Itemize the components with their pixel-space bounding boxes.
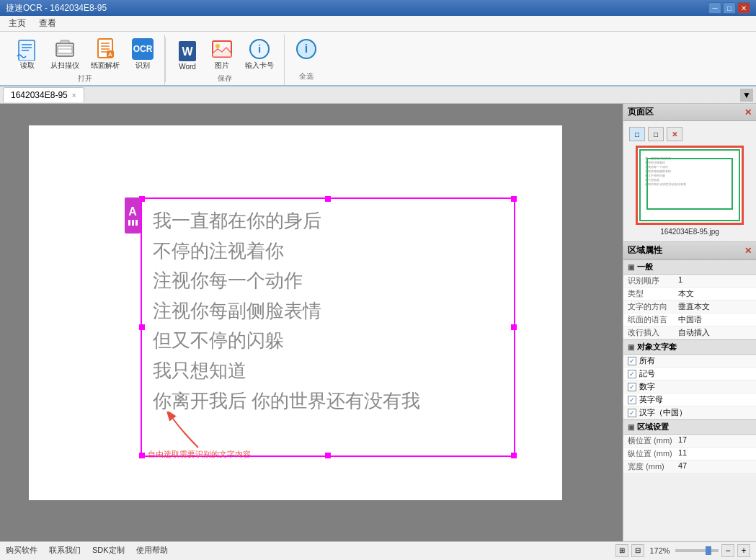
prop-label-direction: 文字的方向 <box>628 301 678 312</box>
properties-panel-title: 区域属性 ✕ <box>623 242 756 259</box>
handle-tr[interactable] <box>511 196 517 202</box>
svg-text:i: i <box>305 43 308 55</box>
status-right: ⊞ ⊟ 172% − + <box>615 544 750 557</box>
ocr-line-4: 注视你每副侧脸表情 <box>153 296 503 326</box>
ocr-button[interactable]: OCR 识别 <box>127 36 159 72</box>
prop-section-charset: ▣ 对象文字套 <box>623 339 756 355</box>
doc-tab-close[interactable]: × <box>72 92 76 99</box>
prop-check-number: ✓ 数字 <box>623 381 756 394</box>
window-controls: ─ □ ✕ <box>708 2 750 14</box>
prop-check-english: ✓ 英字母 <box>623 394 756 406</box>
prop-toggle-charset[interactable]: ▣ <box>628 343 634 351</box>
ocr-line-1: 我一直都在你的身后 <box>153 206 503 236</box>
doc-area: A 我一直都在你的身后 不停的注视着你 注视你每一个动作 注视你每副侧脸表情 但… <box>0 104 623 541</box>
ocr-icon: OCR <box>131 37 154 61</box>
status-buy[interactable]: 购买软件 <box>6 545 37 556</box>
prop-section-region: ▣ 区域设置 <box>623 419 756 435</box>
doc-canvas: A 我一直都在你的身后 不停的注视着你 注视你每一个动作 注视你每副侧脸表情 但… <box>29 125 562 500</box>
prop-label-w: 宽度 (mm) <box>628 461 678 472</box>
properties-close[interactable]: ✕ <box>744 246 752 256</box>
checkbox-english[interactable]: ✓ <box>628 396 636 404</box>
group-open-label: 打开 <box>12 72 159 85</box>
ribbon-content: 读取 从扫描仪 <box>6 35 750 85</box>
doc-tab-name: 1642034E8-95 <box>11 90 68 100</box>
status-view-icons: ⊞ ⊟ <box>615 544 644 557</box>
status-help[interactable]: 使用帮助 <box>136 545 168 556</box>
card-icon: i <box>248 37 271 61</box>
prop-check-all: ✓ 所有 <box>623 355 756 368</box>
page-tool-btn-1[interactable]: □ <box>629 127 645 141</box>
prop-value-y: 11 <box>678 448 752 459</box>
tab-dropdown[interactable]: ▼ <box>740 89 753 102</box>
status-view-btn-1[interactable]: ⊞ <box>615 544 628 557</box>
svg-text:A: A <box>108 51 112 58</box>
app-title: 捷速OCR - 1642034E8-95 <box>6 2 107 14</box>
handle-lm[interactable] <box>139 324 145 330</box>
prop-row-y: 纵位置 (mm) 11 <box>623 448 756 461</box>
maximize-button[interactable]: □ <box>723 2 736 14</box>
page-area-close[interactable]: ✕ <box>744 107 752 117</box>
checkbox-symbol[interactable]: ✓ <box>628 370 636 378</box>
prop-row-language: 纸面的语言 中国语 <box>623 314 756 326</box>
prop-row-w: 宽度 (mm) 47 <box>623 461 756 474</box>
tab-dropdown-arrow[interactable]: ▼ <box>740 89 753 102</box>
info-icon: i <box>295 37 318 61</box>
menu-home[interactable]: 主页 <box>3 16 32 31</box>
scan-label: 从扫描仪 <box>50 61 79 71</box>
info-button[interactable]: i <box>290 36 322 70</box>
read-button[interactable]: 读取 <box>12 36 43 72</box>
card-button[interactable]: i 输入卡号 <box>241 36 278 72</box>
thumbnail-container: 我一直都在你的身后 不停的注视着你 注视你每一个动作 注视你每副侧脸表情 但又不… <box>636 146 744 225</box>
handle-bl[interactable] <box>139 453 145 458</box>
doc-tab[interactable]: 1642034E8-95 × <box>3 87 84 102</box>
handle-rm[interactable] <box>511 324 517 330</box>
word-icon: W <box>176 40 199 63</box>
zoom-out-button[interactable]: − <box>721 544 734 557</box>
ribbon-group-open: 读取 从扫描仪 <box>6 35 165 85</box>
handle-tm[interactable] <box>325 196 331 202</box>
status-view-btn-2[interactable]: ⊟ <box>631 544 644 557</box>
checkbox-chinese[interactable]: ✓ <box>628 409 636 417</box>
ribbon-group-all: i 全选 <box>285 35 328 85</box>
close-button[interactable]: ✕ <box>737 2 750 14</box>
zoom-slider-thumb[interactable] <box>706 546 711 555</box>
ocr-line-3: 注视你每一个动作 <box>153 266 503 296</box>
zoom-slider[interactable] <box>675 549 719 552</box>
checkbox-number[interactable]: ✓ <box>628 383 636 391</box>
checkbox-all[interactable]: ✓ <box>628 357 636 365</box>
image-button[interactable]: 图片 <box>206 36 238 72</box>
title-bar: 捷速OCR - 1642034E8-95 ─ □ ✕ <box>0 0 756 16</box>
paper-button[interactable]: A 纸面解析 <box>86 36 124 72</box>
word-button[interactable]: W Word <box>172 38 203 72</box>
prop-toggle-general[interactable]: ▣ <box>628 263 634 271</box>
handle-br[interactable] <box>511 453 517 458</box>
annotation-arrow <box>155 412 213 455</box>
status-contact[interactable]: 联系我们 <box>49 545 81 556</box>
prop-check-english-label: 英字母 <box>639 394 663 405</box>
scan-button[interactable]: 从扫描仪 <box>46 36 84 72</box>
card-label: 输入卡号 <box>245 61 274 71</box>
menu-view[interactable]: 查看 <box>33 16 62 31</box>
prop-check-number-label: 数字 <box>639 381 655 392</box>
read-icon <box>16 37 39 61</box>
ribbon-group-save: W Word 图片 <box>166 35 285 85</box>
minimize-button[interactable]: ─ <box>708 2 721 14</box>
image-label: 图片 <box>215 61 229 71</box>
prop-label-type: 类型 <box>628 288 678 299</box>
ocr-label: 识别 <box>135 61 150 71</box>
prop-label-language: 纸面的语言 <box>628 314 678 325</box>
prop-value-linebreak: 自动插入 <box>678 327 752 338</box>
prop-label-x: 横位置 (mm) <box>628 435 678 446</box>
right-panel: 页面区 ✕ □ □ ✕ 我一直都在你的身后 不停的注视着你 注视你每一个动作 <box>623 104 756 541</box>
svg-rect-7 <box>61 40 69 43</box>
page-tool-btn-delete[interactable]: ✕ <box>667 127 682 141</box>
page-tool-btn-2[interactable]: □ <box>648 127 664 141</box>
status-sdk[interactable]: SDK定制 <box>92 545 125 556</box>
handle-bm[interactable] <box>325 453 331 458</box>
annotation-area: 自由选取需要识别的文字内容 <box>155 412 213 457</box>
ribbon: 读取 从扫描仪 <box>0 32 756 86</box>
svg-text:i: i <box>258 43 261 55</box>
prop-section-charset-label: 对象文字套 <box>637 342 677 352</box>
prop-toggle-region[interactable]: ▣ <box>628 423 634 431</box>
zoom-in-button[interactable]: + <box>737 544 750 557</box>
